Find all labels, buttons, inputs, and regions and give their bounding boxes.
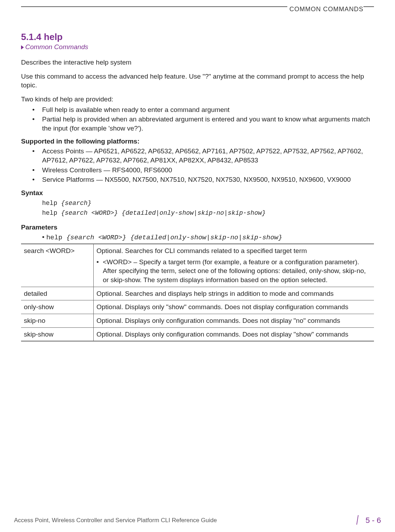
syntax-line: help {search <WORD>} {detailed|only-show… <box>42 210 374 217</box>
param-name: only-show <box>21 300 94 314</box>
code-argument: {search <WORD>} {detailed|only-show|skip… <box>61 210 266 217</box>
paragraph: Describes the interactive help system <box>21 58 374 67</box>
section-heading: 5.1.4 help <box>21 32 374 42</box>
syntax-heading: Syntax <box>21 189 374 197</box>
param-name: search <WORD> <box>21 244 94 287</box>
param-desc-main: Optional. Searches for CLI commands rela… <box>96 247 307 254</box>
paragraph: Use this command to access the advanced … <box>21 72 374 90</box>
table-row: search <WORD> Optional. Searches for CLI… <box>21 244 374 287</box>
table-row: skip-show Optional. Displays only config… <box>21 327 374 341</box>
bullet-prefix: • <box>42 233 46 241</box>
table-row: only-show Optional. Displays only "show"… <box>21 300 374 314</box>
table-row: detailed Optional. Searches and displays… <box>21 287 374 300</box>
code-command: help <box>42 210 61 217</box>
param-desc: Optional. Displays only configuration co… <box>94 314 374 327</box>
help-kinds-list: Full help is available when ready to ent… <box>21 105 374 133</box>
list-item: Partial help is provided when an abbrevi… <box>42 115 374 133</box>
page-footer: Access Point, Wireless Controller and Se… <box>14 513 381 528</box>
breadcrumb: Common Commands <box>21 43 374 51</box>
parameters-intro: • help {search <WORD>} {detailed|only-sh… <box>42 233 374 241</box>
code-argument: {search} <box>61 200 91 207</box>
code-command: help <box>42 200 61 207</box>
param-name: skip-show <box>21 327 94 341</box>
param-desc-sub: <WORD> – Specify a target term (for exam… <box>96 258 371 285</box>
page-number: 5 - 6 <box>366 516 381 525</box>
param-desc: Optional. Searches and displays help str… <box>94 287 374 300</box>
platforms-heading: Supported in the following platforms: <box>21 138 374 145</box>
breadcrumb-label: Common Commands <box>25 43 88 51</box>
list-item: Full help is available when ready to ent… <box>42 105 374 114</box>
footer-doc-title: Access Point, Wireless Controller and Se… <box>14 517 217 524</box>
syntax-line: help {search} <box>42 200 374 207</box>
paragraph: Two kinds of help are provided: <box>21 95 374 104</box>
param-desc: Optional. Searches for CLI commands rela… <box>94 244 374 287</box>
param-desc: Optional. Displays only configuration co… <box>94 327 374 341</box>
code-command: help <box>46 234 66 241</box>
arrow-right-icon <box>21 45 24 49</box>
parameters-heading: Parameters <box>21 224 374 231</box>
list-item: Access Points — AP6521, AP6522, AP6532, … <box>42 147 374 165</box>
running-head: COMMON COMMANDS <box>287 6 363 13</box>
parameters-table: search <WORD> Optional. Searches for CLI… <box>21 244 374 341</box>
table-row: skip-no Optional. Displays only configur… <box>21 314 374 327</box>
param-desc: Optional. Displays only "show" commands.… <box>94 300 374 314</box>
slash-icon: / <box>356 513 359 528</box>
list-item: Wireless Controllers — RFS4000, RFS6000 <box>42 166 374 175</box>
platforms-list: Access Points — AP6521, AP6522, AP6532, … <box>21 147 374 184</box>
param-name: detailed <box>21 287 94 300</box>
code-argument: {search <WORD>} {detailed|only-show|skip… <box>66 234 282 241</box>
param-name: skip-no <box>21 314 94 327</box>
list-item: Service Platforms — NX5500, NX7500, NX75… <box>42 175 374 184</box>
